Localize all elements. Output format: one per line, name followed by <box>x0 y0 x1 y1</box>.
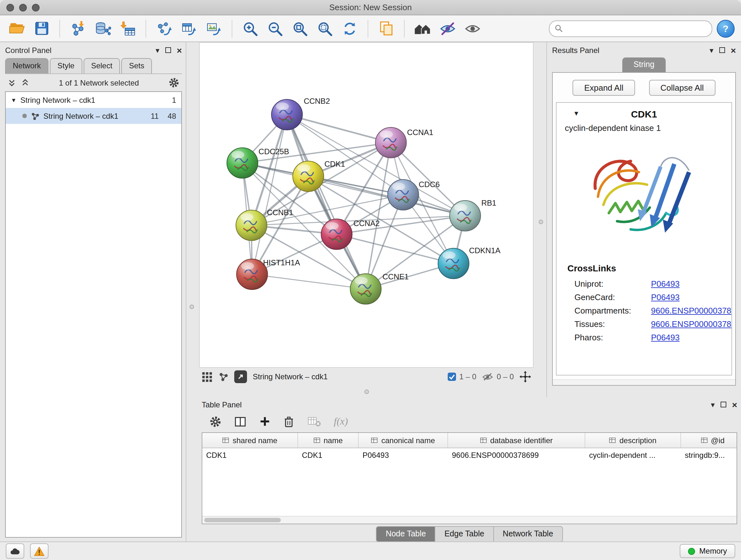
delete-column-icon[interactable] <box>283 415 294 428</box>
right-splitter-handle[interactable] <box>539 220 543 224</box>
column-header-database-identifier[interactable]: database identifier <box>448 433 585 448</box>
export-network-button[interactable] <box>154 18 174 39</box>
tab-edge-table[interactable]: Edge Table <box>435 526 494 542</box>
show-all-button[interactable] <box>462 18 482 39</box>
minimize-window-button[interactable] <box>19 3 27 11</box>
collapse-panel-icon[interactable]: ▾ <box>711 401 715 408</box>
export-image-button[interactable] <box>204 18 224 39</box>
close-panel-icon[interactable]: × <box>731 45 736 55</box>
column-header-id[interactable]: @id <box>681 433 737 448</box>
cell-description[interactable]: cyclin-dependent ... <box>585 451 681 460</box>
horizontal-splitter[interactable] <box>199 386 534 397</box>
network-edge[interactable] <box>252 115 287 274</box>
network-snapshot-button[interactable] <box>376 18 396 39</box>
float-panel-icon[interactable] <box>721 401 726 408</box>
network-collection-row[interactable]: ▼ String Network – cdk1 1 <box>6 92 181 108</box>
genecard-link[interactable]: P06493 <box>651 293 680 302</box>
table-options-gear-icon[interactable] <box>209 415 221 428</box>
import-network-file-button[interactable] <box>68 18 88 39</box>
compartments-link[interactable]: 9606.ENSP00000378699 <box>651 306 732 315</box>
cell-name[interactable]: CDK1 <box>298 451 359 460</box>
left-splitter-handle[interactable] <box>190 305 194 309</box>
hide-selected-button[interactable] <box>437 18 458 39</box>
cell-canonical-name[interactable]: P06493 <box>359 451 448 460</box>
selected-checkbox-icon[interactable] <box>447 372 456 381</box>
network-share-icon[interactable] <box>218 372 228 382</box>
save-session-button[interactable] <box>31 18 52 39</box>
close-panel-icon[interactable]: × <box>177 45 182 55</box>
expand-all-networks-icon[interactable] <box>8 78 16 87</box>
network-canvas[interactable]: CCNB2CCNA1CDC25BCDK1CDC6RB1CCNB1CCNA2CDK… <box>199 42 534 368</box>
pan-crosshair-icon[interactable] <box>520 371 531 382</box>
hidden-eye-slash-icon[interactable] <box>482 372 494 381</box>
status-bar: Memory <box>0 542 741 560</box>
refresh-view-button[interactable] <box>340 18 360 39</box>
pharos-link[interactable]: P06493 <box>651 333 680 342</box>
zoom-window-button[interactable] <box>32 3 40 11</box>
zoom-in-button[interactable] <box>240 18 260 39</box>
results-scrollbar[interactable] <box>553 379 735 385</box>
column-header-canonical-name[interactable]: canonical name <box>359 433 448 448</box>
show-columns-icon[interactable] <box>234 415 246 428</box>
network-edge[interactable] <box>252 274 366 289</box>
export-image-icon <box>205 20 222 37</box>
float-panel-icon[interactable] <box>719 47 725 53</box>
export-table-button[interactable] <box>179 18 199 39</box>
column-header-description[interactable]: description <box>585 433 681 448</box>
cell-database-identifier[interactable]: 9606.ENSP00000378699 <box>448 451 585 460</box>
collapse-all-button[interactable]: Collapse All <box>649 80 716 96</box>
tree-expander-icon[interactable]: ▼ <box>11 97 17 103</box>
detach-view-button[interactable] <box>234 370 247 383</box>
help-button[interactable]: ? <box>717 19 735 37</box>
tab-node-table[interactable]: Node Table <box>376 526 435 542</box>
network-options-gear-icon[interactable] <box>169 77 179 88</box>
network-row[interactable]: String Network – cdk1 11 48 <box>6 108 181 124</box>
network-edge[interactable] <box>287 115 391 143</box>
uniprot-link[interactable]: P06493 <box>651 279 680 289</box>
table-row[interactable]: CDK1 CDK1 P06493 9606.ENSP00000378699 cy… <box>202 448 737 462</box>
scrollbar-thumb[interactable] <box>204 518 281 522</box>
tab-select[interactable]: Select <box>83 58 120 73</box>
zoom-out-button[interactable] <box>265 18 285 39</box>
birds-eye-grid-icon[interactable] <box>202 371 212 382</box>
open-session-button[interactable] <box>6 18 27 39</box>
cloud-status-button[interactable] <box>6 543 24 559</box>
collapse-panel-icon[interactable]: ▾ <box>156 46 159 54</box>
tab-network-table[interactable]: Network Table <box>494 526 562 542</box>
table-horizontal-scrollbar[interactable] <box>202 516 737 523</box>
tab-style[interactable]: Style <box>50 58 82 73</box>
close-panel-icon[interactable]: × <box>732 399 737 410</box>
column-header-name[interactable]: name <box>298 433 359 448</box>
expand-all-button[interactable]: Expand All <box>573 80 635 96</box>
section-expander-icon[interactable]: ▼ <box>573 110 580 117</box>
tissues-link[interactable]: 9606.ENSP00000378699 <box>651 319 732 329</box>
gene-section-header[interactable]: ▼ CDK1 <box>556 103 731 123</box>
warnings-button[interactable] <box>30 543 49 559</box>
first-neighbors-button[interactable] <box>412 18 433 39</box>
search-input[interactable] <box>567 23 706 34</box>
memory-button[interactable]: Memory <box>679 544 735 558</box>
close-window-button[interactable] <box>6 3 14 11</box>
collapse-all-networks-icon[interactable] <box>21 78 29 87</box>
splitter-grip[interactable] <box>364 389 368 394</box>
network-edge[interactable] <box>337 234 454 264</box>
collapse-panel-icon[interactable]: ▾ <box>710 46 714 54</box>
right-area: CCNB2CCNA1CDC25BCDK1CDC6RB1CCNB1CCNA2CDK… <box>186 42 741 542</box>
zoom-fit-button[interactable] <box>290 18 310 39</box>
tab-sets[interactable]: Sets <box>121 58 152 73</box>
crosslink-label: GeneCard: <box>575 293 651 302</box>
column-header-shared-name[interactable]: shared name <box>202 433 298 448</box>
add-column-icon[interactable] <box>259 416 271 427</box>
import-network-database-button[interactable] <box>92 18 113 39</box>
zoom-selected-button[interactable] <box>315 18 335 39</box>
float-panel-icon[interactable] <box>165 47 171 53</box>
import-table-button[interactable] <box>118 18 138 39</box>
network-graph[interactable]: CCNB2CCNA1CDC25BCDK1CDC6RB1CCNB1CCNA2CDK… <box>200 43 533 367</box>
cell-shared-name[interactable]: CDK1 <box>202 451 298 460</box>
tab-network[interactable]: Network <box>5 58 49 73</box>
crosslink-row: GeneCard: P06493 <box>556 291 731 304</box>
gene-section: ▼ CDK1 cyclin-dependent kinase 1 <box>556 102 732 375</box>
tab-string[interactable]: String <box>622 57 666 72</box>
cell-id[interactable]: stringdb:9... <box>681 451 737 460</box>
open-in-new-icon <box>237 373 245 381</box>
